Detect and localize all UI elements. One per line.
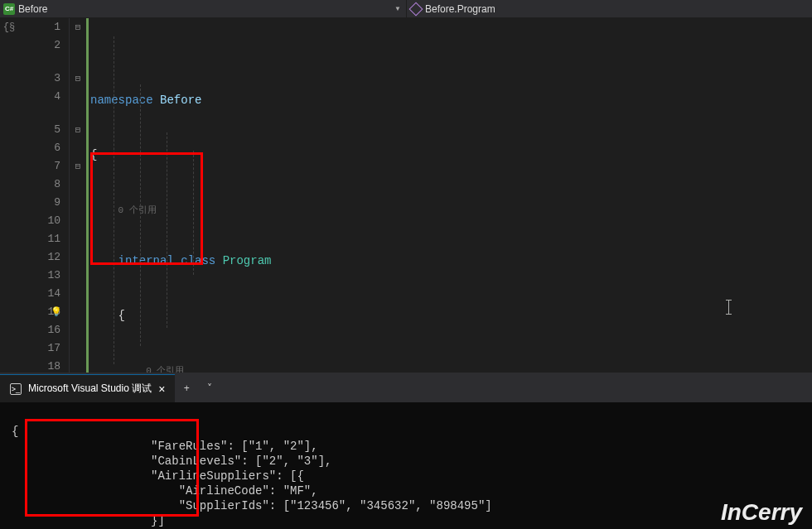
fold-toggle[interactable]: ⊟ xyxy=(70,70,86,88)
codelens-references[interactable]: 0 个引用 xyxy=(118,205,157,215)
terminal-line: "CabinLevels": ["2", "3"], xyxy=(12,454,331,468)
terminal-line: "FareRules": ["1", "2"], xyxy=(12,440,318,453)
line-number: 9 xyxy=(18,194,60,212)
line-number: 16 xyxy=(18,321,60,339)
close-icon[interactable]: × xyxy=(158,382,165,396)
brace: { xyxy=(118,309,125,322)
brace: { xyxy=(90,148,97,161)
namespace-name: Before xyxy=(160,94,201,107)
terminal-icon: >_ xyxy=(10,383,22,395)
breadcrumb-file[interactable]: C# Before ▼ xyxy=(0,3,406,15)
breadcrumb-bar: C# Before ▼ Before.Program xyxy=(0,0,812,18)
breadcrumb-file-label: Before xyxy=(18,3,47,15)
chevron-down-icon: ▼ xyxy=(394,5,401,12)
editor-glyph-margin: {§ xyxy=(0,18,18,373)
breadcrumb-symbol-label: Before.Program xyxy=(425,3,495,15)
terminal-tabbar: >_ Microsoft Visual Studio 调试 × + ˅ xyxy=(0,374,812,402)
terminal-line: { xyxy=(12,425,18,438)
lightbulb-icon[interactable]: 💡 xyxy=(51,303,62,321)
line-number-gutter: 1 2 3 4 5 6 7 8 9 10 11 12 13 14 15💡 16 … xyxy=(18,18,70,373)
line-number: 4 xyxy=(18,88,60,106)
line-number: 6 xyxy=(18,139,60,157)
terminal-line: "SupplierIds": ["123456", "345632", "898… xyxy=(12,499,492,512)
line-number: 13 xyxy=(18,267,60,285)
breadcrumb-symbol[interactable]: Before.Program xyxy=(406,0,812,17)
code-content[interactable]: namespace Before { 0 个引用 internal class … xyxy=(86,18,812,373)
line-number: 1 xyxy=(18,18,60,36)
class-name: Program xyxy=(223,254,272,267)
line-number: 14 xyxy=(18,285,60,303)
terminal-line: }] xyxy=(12,514,165,527)
fold-toggle[interactable]: ⊟ xyxy=(70,121,86,139)
line-number: 17 xyxy=(18,339,60,358)
line-number: 8 xyxy=(18,176,60,194)
line-number: 11 xyxy=(18,230,60,248)
line-number: 7 xyxy=(18,157,60,176)
terminal-line: "AirlineSuppliers": [{ xyxy=(12,469,304,483)
terminal-more-button[interactable]: ˅ xyxy=(198,382,221,394)
line-number: 12 xyxy=(18,248,60,267)
class-icon xyxy=(410,3,422,15)
line-number: 2 xyxy=(18,36,60,55)
text-cursor-icon xyxy=(728,300,729,315)
keyword: class xyxy=(181,254,215,267)
add-terminal-button[interactable]: + xyxy=(175,382,198,394)
csharp-file-icon: C# xyxy=(3,3,15,15)
terminal-output[interactable]: { "FareRules": ["1", "2"], "CabinLevels"… xyxy=(0,402,812,529)
fold-toggle[interactable]: ⊟ xyxy=(70,157,86,176)
terminal-line: "AirlineCode": "MF", xyxy=(12,484,318,498)
line-number: 3 xyxy=(18,70,60,88)
code-editor[interactable]: {§ 1 2 3 4 5 6 7 8 9 10 11 12 13 14 15💡 … xyxy=(0,18,812,373)
line-number: 10 xyxy=(18,212,60,230)
terminal-tab-active[interactable]: >_ Microsoft Visual Studio 调试 × xyxy=(0,374,175,402)
line-number: 15💡 xyxy=(18,303,60,321)
fold-toggle[interactable]: ⊟ xyxy=(70,18,86,36)
keyword: internal xyxy=(118,254,174,267)
terminal-panel: >_ Microsoft Visual Studio 调试 × + ˅ { "F… xyxy=(0,373,812,529)
line-number: 5 xyxy=(18,121,60,139)
fold-gutter: ⊟ ⊟ ⊟ ⊟ xyxy=(70,18,86,373)
keyword: namespace xyxy=(90,94,153,107)
terminal-tab-label: Microsoft Visual Studio 调试 xyxy=(28,382,152,396)
